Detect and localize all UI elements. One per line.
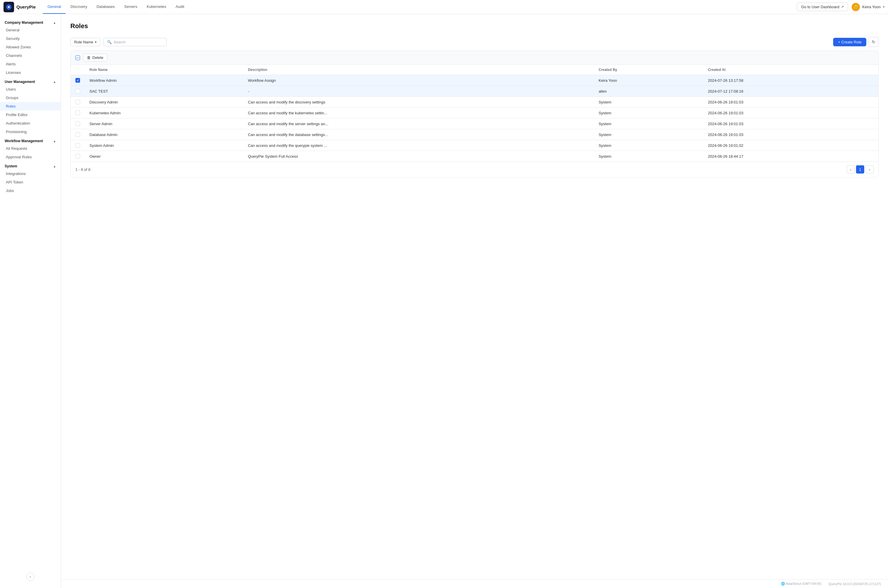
go-dashboard-label: Go to User Dashboard xyxy=(801,5,839,9)
row-checkbox-cell xyxy=(71,151,85,162)
row-description: Can access and modify the kubernetes set… xyxy=(243,108,594,118)
sidebar-item-profile-editor[interactable]: Profile Editor xyxy=(0,111,61,119)
row-checkbox-cell xyxy=(71,86,85,97)
sidebar-section-workflow-management[interactable]: Workflow Management▲ xyxy=(0,136,61,144)
row-checkbox[interactable] xyxy=(75,122,80,126)
row-role-name: System Admin xyxy=(85,140,243,151)
sidebar-item-allowed-zones[interactable]: Allowed Zones xyxy=(0,43,61,51)
row-checkbox[interactable] xyxy=(75,154,80,159)
row-checkbox[interactable] xyxy=(75,78,80,82)
nav-tab-audit[interactable]: Audit xyxy=(171,0,189,14)
sidebar-section-label: User Management xyxy=(5,80,35,84)
sidebar-section-company-management[interactable]: Company Management▲ xyxy=(0,18,61,26)
timezone-info: 🌐 Asia/Seoul (GMT+09:00) xyxy=(781,582,822,586)
table-row[interactable]: Kubernetes Admin Can access and modify t… xyxy=(71,108,878,118)
sidebar-item-groups[interactable]: Groups xyxy=(0,93,61,102)
nav-tab-discovery[interactable]: Discovery xyxy=(66,0,92,14)
roles-table: Role Name Description Created By Created… xyxy=(71,65,878,162)
row-created-at: 2024-07-26 13:17:58 xyxy=(703,75,878,86)
nav-tab-kubernetes[interactable]: Kubernetes xyxy=(142,0,171,14)
sidebar-collapse-button[interactable]: ‹ xyxy=(26,573,35,581)
row-created-by: System xyxy=(594,129,703,140)
nav-tab-servers[interactable]: Servers xyxy=(119,0,142,14)
row-checkbox[interactable] xyxy=(75,111,80,115)
page-title: Roles xyxy=(71,22,879,30)
sidebar-section-user-management[interactable]: User Management▲ xyxy=(0,77,61,85)
col-role-name: Role Name xyxy=(85,65,243,75)
table-row[interactable]: Owner QueryPie System Full Access System… xyxy=(71,151,878,162)
row-description: Can access and modify the querypie syste… xyxy=(243,140,594,151)
delete-label: Delete xyxy=(92,56,104,60)
sidebar-item-all-requests[interactable]: All Requests xyxy=(0,144,61,153)
row-created-by: System xyxy=(594,97,703,108)
row-description: QueryPie System Full Access xyxy=(243,151,594,162)
table-row[interactable]: Database Admin Can access and modify the… xyxy=(71,129,878,140)
row-created-at: 2024-06-26 19:01:03 xyxy=(703,129,878,140)
page-1-button[interactable]: 1 xyxy=(856,165,864,174)
row-role-name: Kubernetes Admin xyxy=(85,108,243,118)
main-layout: Company Management▲GeneralSecurityAllowe… xyxy=(0,14,888,588)
sidebar-item-provisioning[interactable]: Provisioning xyxy=(0,128,61,136)
trash-icon: 🗑 xyxy=(87,56,91,60)
refresh-button[interactable]: ↻ xyxy=(868,37,879,47)
sidebar-item-api-token[interactable]: API Token xyxy=(0,178,61,186)
row-checkbox[interactable] xyxy=(75,100,80,104)
col-description: Description xyxy=(243,65,594,75)
sidebar-item-licenses[interactable]: Licenses xyxy=(0,68,61,77)
table-head: Role Name Description Created By Created… xyxy=(71,65,878,75)
sidebar-section-label: System xyxy=(5,164,17,168)
sidebar-item-users[interactable]: Users xyxy=(0,85,61,93)
table-row[interactable]: Workflow Admin Workflow Assign Keira Yoo… xyxy=(71,75,878,86)
row-description: Can access and modify the server setting… xyxy=(243,118,594,129)
row-role-name: Discovery Admin xyxy=(85,97,243,108)
row-checkbox[interactable] xyxy=(75,89,80,93)
content-inner: Roles Role Name ▾ 🔍 + Create Role ↻ xyxy=(61,14,888,579)
search-box[interactable]: 🔍 xyxy=(103,38,167,46)
user-menu[interactable]: 😊 Keira Yoon ▾ xyxy=(852,3,885,11)
user-name: Keira Yoon xyxy=(862,5,880,9)
row-checkbox[interactable] xyxy=(75,132,80,137)
row-checkbox-cell xyxy=(71,118,85,129)
row-created-by: System xyxy=(594,108,703,118)
sidebar-item-general[interactable]: General xyxy=(0,26,61,34)
row-created-by: System xyxy=(594,118,703,129)
role-name-filter-label: Role Name xyxy=(74,40,93,44)
row-description: Workflow Assign xyxy=(243,75,594,86)
sidebar-item-alerts[interactable]: Alerts xyxy=(0,60,61,68)
sidebar-item-channels[interactable]: Channels xyxy=(0,51,61,60)
go-dashboard-button[interactable]: Go to User Dashboard ↗ xyxy=(797,3,848,11)
delete-button[interactable]: 🗑 Delete xyxy=(83,54,107,62)
sidebar-item-security[interactable]: Security xyxy=(0,34,61,43)
table-row[interactable]: Discovery Admin Can access and modify th… xyxy=(71,97,878,108)
row-created-by: Keira Yoon xyxy=(594,75,703,86)
external-link-icon: ↗ xyxy=(841,5,844,9)
sidebar-section-system[interactable]: System▲ xyxy=(0,161,61,170)
table-row[interactable]: SAC TEST - allen 2024-07-12 17:08:16 xyxy=(71,86,878,97)
search-input[interactable] xyxy=(114,40,163,44)
sidebar: Company Management▲GeneralSecurityAllowe… xyxy=(0,14,61,588)
role-name-filter-button[interactable]: Role Name ▾ xyxy=(71,38,100,46)
sidebar-item-roles[interactable]: Roles xyxy=(0,102,61,111)
select-all-checkbox[interactable] xyxy=(75,56,80,60)
sidebar-item-approval-rules[interactable]: Approval Rules xyxy=(0,153,61,161)
nav-tab-databases[interactable]: Databases xyxy=(92,0,119,14)
nav-tab-general[interactable]: General xyxy=(43,0,66,14)
row-created-at: 2024-06-26 19:01:02 xyxy=(703,140,878,151)
sidebar-section-label: Workflow Management xyxy=(5,139,43,143)
footer: 🌐 Asia/Seoul (GMT+09:00) QueryPie 10.0.0… xyxy=(61,579,888,588)
row-checkbox[interactable] xyxy=(75,143,80,148)
table-row[interactable]: Server Admin Can access and modify the s… xyxy=(71,118,878,129)
create-role-label: + Create Role xyxy=(838,40,862,44)
roles-table-container: 🗑 Delete Role Name Description Created B… xyxy=(71,50,879,177)
sidebar-item-jobs[interactable]: Jobs xyxy=(0,186,61,195)
prev-page-button[interactable]: ‹ xyxy=(847,165,855,174)
row-description: Can access and modify the database setti… xyxy=(243,129,594,140)
table-row[interactable]: System Admin Can access and modify the q… xyxy=(71,140,878,151)
create-role-button[interactable]: + Create Role xyxy=(833,38,866,46)
sidebar-item-authentication[interactable]: Authentication xyxy=(0,119,61,128)
next-page-button[interactable]: › xyxy=(865,165,874,174)
row-created-by: allen xyxy=(594,86,703,97)
pagination-info: 1 - 8 of 8 xyxy=(75,167,90,172)
sidebar-item-integrations[interactable]: Integrations xyxy=(0,170,61,178)
row-role-name: SAC TEST xyxy=(85,86,243,97)
